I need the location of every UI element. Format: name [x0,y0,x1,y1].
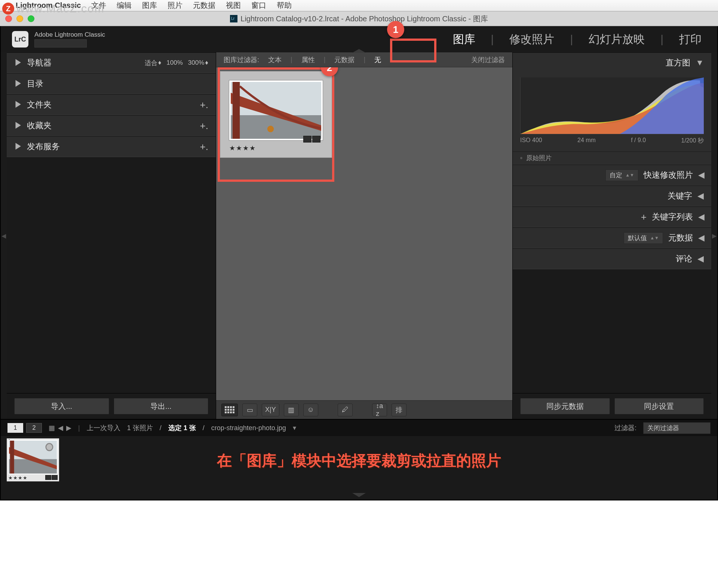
original-photo-label: 原始照片 [526,154,552,162]
second-display-button[interactable]: 2 [26,423,42,433]
sync-metadata-button[interactable]: 同步元数据 [520,398,610,414]
module-slideshow[interactable]: 幻灯片放映 [584,30,649,49]
panel-keywording[interactable]: 关键字◀ [513,186,711,206]
panel-keywordlist[interactable]: + 关键字列表◀ [513,207,711,227]
filter-off[interactable]: 关闭过滤器 [471,55,505,64]
filter-text[interactable]: 文本 [268,55,282,64]
window-close-button[interactable] [5,15,12,22]
left-panels: ▶ 导航器 适合♦ 100% 300%♦ ▶ 目录 ▶ 文件夹+. ▶ 收藏夹+… [7,52,216,419]
filter-none[interactable]: 无 [374,55,381,64]
breadcrumb-menu-icon[interactable]: ▾ [293,424,296,432]
add-publish-button[interactable]: +. [200,141,208,153]
panel-histogram[interactable]: 直方图▼ [513,53,711,73]
separator: | [491,33,494,46]
histogram-focal: 24 mm [577,137,596,145]
panel-title: 元数据 [668,232,693,244]
panel-title: 目录 [27,79,43,88]
filmstrip-filter-select[interactable]: 关闭过滤器 [643,422,711,434]
window-title: Lightroom Catalog-v10-2.lrcat - Adobe Ph… [230,14,488,24]
callout-1: 1 [387,21,404,38]
quick-preset-select[interactable]: 自定▲▼ [605,169,638,181]
badge-develop-icon [312,136,320,143]
original-photo-row[interactable]: ▫原始照片 [513,151,711,164]
badge-icon [45,475,51,480]
panel-folders[interactable]: ▶ 文件夹+. [7,95,216,115]
grid-view-button[interactable] [221,404,238,416]
grid-view[interactable]: ★★★★ 2 [216,67,512,400]
main-display-button[interactable]: 1 [7,423,23,433]
svg-point-4 [267,126,274,132]
window-minimize-button[interactable] [16,15,23,22]
next-photo-button[interactable]: ▶ [66,424,71,432]
prev-photo-button[interactable]: ◀ [58,424,63,432]
export-button[interactable]: 导出... [114,398,209,414]
menu-library[interactable]: 图库 [142,0,157,10]
painter-tool[interactable]: 🖊 [338,404,353,416]
identity-plate[interactable] [34,39,87,48]
menu-window[interactable]: 窗口 [251,0,266,10]
filter-metadata[interactable]: 元数据 [334,55,355,64]
window-zoom-button[interactable] [28,15,34,22]
panel-title: 导航器 [27,58,52,67]
svg-point-9 [46,444,53,451]
mac-menubar: Lightroom Classic 文件 编辑 图库 照片 元数据 视图 窗口 … [0,0,718,11]
sync-settings-button[interactable]: 同步设置 [614,398,704,414]
nav-fit[interactable]: 适合♦ [145,59,162,67]
panel-collections[interactable]: ▶ 收藏夹+. [7,116,216,136]
menu-help[interactable]: 帮助 [277,0,292,10]
breadcrumb-selected: 选定 1 张 [168,423,196,432]
loupe-view-button[interactable]: ▭ [242,404,257,416]
import-button[interactable]: 导入... [14,398,109,414]
menu-metadata[interactable]: 元数据 [193,0,215,10]
filter-label: 图库过滤器: [224,55,259,64]
breadcrumb-file: crop-straighten-photo.jpg [211,424,286,432]
filmstrip-stars[interactable]: ★★★★ [8,475,28,481]
panel-catalog[interactable]: ▶ 目录 [7,74,216,94]
add-keyword-button[interactable]: + [641,211,647,223]
add-collection-button[interactable]: +. [200,120,208,132]
rating-stars[interactable]: ★★★★ [229,144,323,152]
badge-crop-icon [303,136,312,143]
histogram-aperture: f / 9.0 [631,137,646,145]
right-panels: 直方图▼ ISO 400 24 mm [512,52,711,419]
histogram[interactable]: ISO 400 24 mm f / 9.0 1/200 秒 [513,73,711,151]
app-header: LrC Adobe Lightroom Classic 图库 | 修改照片 | … [1,26,717,52]
people-view-button[interactable]: ☺ [303,404,318,416]
panel-title: 快速修改照片 [644,169,693,181]
thumbnail-cell[interactable]: ★★★★ [220,71,332,158]
panel-metadata[interactable]: 默认值▲▼ 元数据◀ [513,228,711,248]
nav-zoom-100[interactable]: 100% [166,59,182,67]
survey-view-button[interactable]: ▥ [284,404,299,416]
filmstrip-toggle[interactable] [1,491,717,500]
nav-zoom-300[interactable]: 300%♦ [188,59,208,67]
sort-direction-button[interactable]: ↕az [372,404,387,416]
histogram-graph [521,77,704,134]
left-panel-toggle[interactable]: ◀ [1,52,7,419]
window-title-text: Lightroom Catalog-v10-2.lrcat - Adobe Ph… [240,14,488,24]
menu-photo[interactable]: 照片 [168,0,182,10]
module-print[interactable]: 打印 [675,30,706,49]
filmstrip[interactable]: 1 ★★★★ 在「图库」模块中选择要裁剪或拉直的照片 [1,436,717,491]
panel-title: 关键字列表 [652,211,693,223]
menu-view[interactable]: 视图 [226,0,241,10]
breadcrumb-source[interactable]: 上一次导入 [87,423,120,432]
menu-edit[interactable]: 编辑 [117,0,132,10]
filter-attribute[interactable]: 属性 [301,55,315,64]
separator: | [570,33,573,46]
module-develop[interactable]: 修改照片 [505,30,559,49]
panel-title: 发布服务 [27,142,60,151]
breadcrumb-count: 1 张照片 [127,423,153,432]
right-panel-toggle[interactable]: ▶ [711,52,717,419]
compare-view-button[interactable]: X|Y [262,404,279,416]
thumbnail-image[interactable] [229,80,323,140]
metadata-preset-select[interactable]: 默认值▲▼ [624,232,663,244]
panel-quickdevelop[interactable]: 自定▲▼ 快速修改照片◀ [513,165,711,185]
panel-publish[interactable]: ▶ 发布服务+. [7,137,216,157]
add-folder-button[interactable]: +. [200,99,208,111]
panel-title: 评论 [676,253,692,264]
grid-shortcut-icon[interactable]: ▦ [49,424,55,432]
module-library[interactable]: 图库 [448,30,480,49]
panel-comments[interactable]: 评论◀ [513,249,711,269]
sort-label[interactable]: 排 [392,404,406,416]
panel-navigator[interactable]: ▶ 导航器 适合♦ 100% 300%♦ [7,53,216,73]
